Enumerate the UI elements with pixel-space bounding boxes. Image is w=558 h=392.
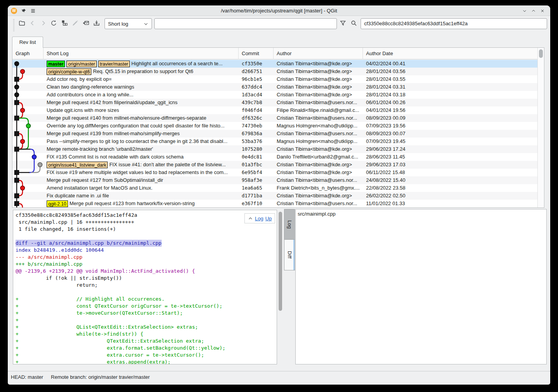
- author-date-cell: 28/01/2024 03.55: [363, 75, 538, 83]
- commit-sha-cell: 6e95bf4: [239, 169, 274, 176]
- table-row[interactable]: origin/compile-w-qt6Req. Qt5.15 in prepa…: [12, 68, 537, 75]
- toolbar-drag-handle[interactable]: [13, 19, 14, 31]
- save-patch-button[interactable]: [92, 19, 101, 28]
- author-date-cell: 11/01/2022 01.33: [363, 200, 538, 207]
- forward-button: [38, 19, 48, 28]
- open-repository-button[interactable]: [17, 19, 26, 28]
- diff-line: +: [16, 317, 276, 324]
- rev-list-scrollbar[interactable]: [537, 48, 544, 207]
- funnel-icon: [339, 19, 347, 28]
- column-header-author-date[interactable]: Author Date: [363, 48, 538, 59]
- short-log-cell: Pass --simplify-merges to git log to cou…: [44, 138, 239, 145]
- table-row[interactable]: Fix duplicate name in .ui filed1771baCri…: [12, 192, 537, 200]
- minimize-button[interactable]: [521, 8, 528, 14]
- author-cell: Cristian Tibirna<tibirna@users.nor...: [274, 99, 363, 106]
- author-date-cell: 22/08/2022 23.58: [363, 184, 538, 192]
- side-tab-log[interactable]: Log: [284, 209, 295, 240]
- author-cell: Magnus Holmgren<maho@utklipp...: [274, 138, 363, 145]
- sha-input[interactable]: cf3350e88cc8c8249385efac63ddf15ac1eff42a: [361, 18, 547, 29]
- commit-sha-cell: 96cb1e5: [239, 75, 274, 83]
- short-log-cell: Clean two dangling-reference warnings: [44, 83, 239, 91]
- commit-subject: Pass --simplify-merges to git log to cou…: [47, 138, 227, 145]
- table-row[interactable]: qgit-2.10Merge pull request #123 from ha…: [12, 200, 537, 207]
- author-date-cell: 26/02/2022 02.50: [363, 192, 538, 200]
- table-row[interactable]: origin/issue41_listview_darkFIX issue #4…: [12, 161, 537, 169]
- table-row[interactable]: Merge pull request #140 from millnet-mah…: [12, 114, 537, 122]
- short-log-cell: Add contributors once in a long while...: [44, 91, 239, 99]
- diff-scrollbar[interactable]: [278, 210, 283, 364]
- commit-subject: Add contributors once in a long while...: [47, 91, 133, 99]
- diff-line: if (!ok || str.isEmpty()): [16, 275, 276, 282]
- commit-node: [15, 202, 19, 206]
- author-cell: Cristian Tibirna<tibirna@users.nor...: [274, 200, 363, 207]
- up-link[interactable]: Up: [265, 216, 272, 221]
- table-row[interactable]: Clean two dangling-reference warnings637…: [12, 83, 537, 91]
- commit-subject: FIX issue #19 where multiple widget valu…: [47, 169, 228, 176]
- maximize-button[interactable]: [530, 8, 537, 14]
- tree-icon: [61, 19, 68, 28]
- commit-subject: Add cctor req. by explicit op=: [47, 75, 112, 83]
- commit-node: [15, 194, 19, 198]
- folder-icon: [18, 19, 26, 28]
- refresh-button[interactable]: [49, 19, 59, 28]
- side-tab-diff[interactable]: Diff: [284, 239, 295, 270]
- title-bar[interactable]: W /var/home/tim/projects/upstream/qgit […: [8, 5, 550, 16]
- rev-list-scroll-thumb[interactable]: [539, 49, 543, 58]
- branch-label: origin/master: [66, 61, 96, 67]
- table-row[interactable]: Amend installation target for MacOS and …: [12, 184, 537, 192]
- filter-input[interactable]: [154, 18, 337, 29]
- search-button[interactable]: [349, 19, 359, 28]
- author-date-cell: 08/09/2023 00.07: [363, 130, 538, 138]
- author-date-cell: 04/01/2024 19.56: [363, 106, 538, 114]
- chevron-up-icon[interactable]: [248, 216, 253, 221]
- short-log-cell: Override any log.diffMerges configuratio…: [44, 122, 239, 130]
- author-date-cell: 28/01/2024 03.56: [363, 68, 538, 75]
- close-button[interactable]: [539, 8, 546, 14]
- diff-view[interactable]: cf3350e88cc8c8249385efac63ddf15ac1eff42a…: [13, 210, 277, 364]
- window-controls: [521, 5, 546, 16]
- table-row[interactable]: FIX issue #19 where multiple widget valu…: [12, 169, 537, 176]
- column-header-author[interactable]: Author: [274, 48, 363, 59]
- column-header-graph[interactable]: Graph: [12, 48, 44, 59]
- author-cell: Cristian Tibirna<tibirna@kde.org>: [274, 83, 363, 91]
- table-row[interactable]: masterorigin/mastertravier/masterHighlig…: [12, 60, 537, 68]
- diff-line: + // Highlight all occurrences.: [16, 296, 276, 303]
- column-header-commit[interactable]: Commit: [239, 48, 274, 59]
- chevron-left-icon: [29, 19, 36, 28]
- table-row[interactable]: Update qgit.icns with more sizesf046fd4F…: [12, 106, 537, 114]
- commit-sha-cell: 439c7b8: [239, 99, 274, 106]
- table-row[interactable]: Pass --simplify-merges to git log to cou…: [12, 138, 537, 145]
- window-title: /var/home/tim/projects/upstream/qgit [ma…: [8, 5, 550, 16]
- diff-line: +++ b/src/mainimpl.cpp: [16, 261, 276, 268]
- short-log-cell: Merge pull request #139 from millnet-mah…: [44, 130, 239, 138]
- diff-line: 1 file changed, 16 insertions(+): [16, 226, 276, 233]
- table-row[interactable]: Add contributors once in a long while...…: [12, 91, 537, 99]
- table-row[interactable]: FIX #135 Commit list is not readable wit…: [12, 153, 537, 161]
- table-row[interactable]: Merge pull request #127 from SubOptimal/…: [12, 176, 537, 184]
- diff-line: diff --git a/src/mainimpl.cpp b/src/main…: [16, 240, 162, 247]
- author-date-cell: 08/09/2023 00.09: [363, 114, 538, 122]
- diff-scroll-thumb[interactable]: [279, 212, 282, 311]
- column-header-short-log[interactable]: Short Log: [44, 48, 239, 59]
- table-row[interactable]: Merge pull request #139 from millnet-mah…: [12, 130, 537, 138]
- table-row[interactable]: Merge pull request #142 from filiperinal…: [12, 99, 537, 106]
- apply-patch-button[interactable]: [81, 19, 91, 28]
- author-date-cell: 07/09/2023 19.56: [363, 122, 538, 130]
- status-bar: HEAD: master Remote branch: origin/maste…: [8, 371, 550, 383]
- author-cell: Cristian Tibirna<tibirna@kde.org>: [274, 145, 363, 153]
- filter-button[interactable]: [338, 19, 348, 28]
- table-row[interactable]: Add cctor req. by explicit op=96cb1e5Cri…: [12, 75, 537, 83]
- status-remote-branches: Remote branch: origin/master travier/mas…: [51, 374, 150, 380]
- log-link[interactable]: Log: [255, 216, 263, 221]
- view-tree-button[interactable]: [60, 19, 69, 28]
- file-list-panel[interactable]: src/mainimpl.cpp: [295, 209, 547, 364]
- rev-list-pane: GraphShort LogCommitAuthorAuthor Date ma…: [12, 47, 544, 208]
- table-row[interactable]: Merge remote-tracking branch 'urban82/ma…: [12, 145, 537, 153]
- view-mode-select[interactable]: Short log: [105, 18, 152, 29]
- file-list-item[interactable]: src/mainimpl.cpp: [298, 211, 546, 217]
- commit-sha-cell: 1ea6a65: [239, 184, 274, 192]
- table-row[interactable]: Override any log.diffMerges configuratio…: [12, 122, 537, 130]
- commit-subject: Update qgit.icns with more sizes: [47, 106, 119, 114]
- short-log-cell: Update qgit.icns with more sizes: [44, 106, 239, 114]
- tab-rev-list[interactable]: Rev list: [12, 37, 43, 48]
